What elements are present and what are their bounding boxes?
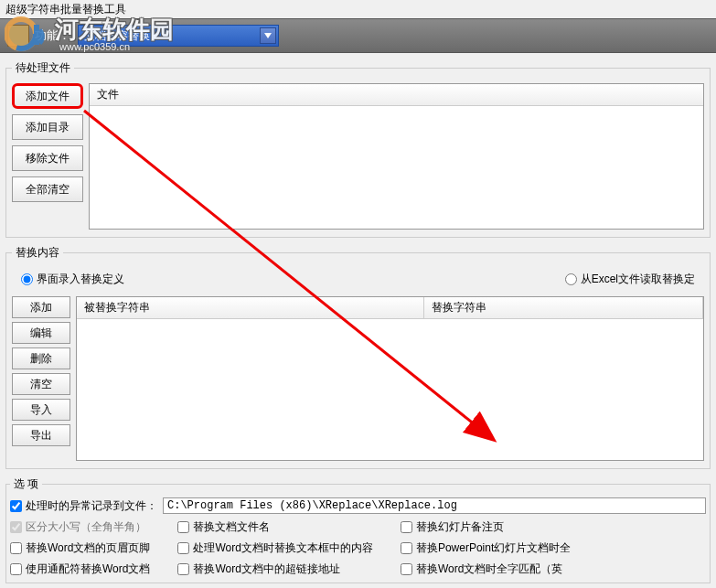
log-checkbox-item[interactable]: 处理时的异常记录到文件： (10, 498, 157, 514)
replace-fieldset: 替换内容 界面录入替换定义 从Excel文件读取替换定 添加 编辑 删除 清空 … (5, 245, 711, 469)
word-header-label: 替换Word文档的页眉页脚 (26, 540, 150, 556)
radio-ui-input[interactable]: 界面录入替换定义 (21, 272, 124, 287)
word-fullmatch-checkbox[interactable] (401, 563, 412, 575)
files-fieldset: 待处理文件 添加文件 添加目录 移除文件 全部清空 文件 (5, 60, 711, 238)
radio-excel[interactable] (565, 273, 577, 285)
word-fullmatch-label: 替换Word文档时全字匹配（英 (416, 561, 562, 577)
col-search-header: 被替换字符串 (77, 297, 424, 318)
wildcard-word-label: 使用通配符替换Word文档 (26, 561, 150, 577)
file-list-header: 文件 (90, 84, 703, 106)
add-dir-button[interactable]: 添加目录 (12, 114, 83, 140)
replace-filename-label: 替换文档文件名 (193, 519, 270, 535)
options-legend: 选 项 (10, 476, 42, 492)
options-fieldset: 选 项 处理时的异常记录到文件： 区分大小写（全角半角） 替换Word文档的页眉… (5, 476, 711, 583)
word-header-item[interactable]: 替换Word文档的页眉页脚 (10, 540, 150, 556)
file-list[interactable]: 文件 (89, 83, 704, 230)
replace-filename-item[interactable]: 替换文档文件名 (177, 519, 372, 535)
edit-rule-button[interactable]: 编辑 (12, 322, 70, 344)
word-fullmatch-item[interactable]: 替换Word文档时全字匹配（英 (401, 561, 571, 577)
clear-all-button[interactable]: 全部清空 (12, 176, 83, 202)
import-rules-button[interactable]: 导入 (12, 399, 70, 421)
add-file-button[interactable]: 添加文件 (12, 83, 83, 109)
case-sensitive-item[interactable]: 区分大小写（全角半角） (10, 519, 150, 535)
radio-ui-label: 界面录入替换定义 (37, 272, 124, 287)
clear-rules-button[interactable]: 清空 (12, 373, 70, 395)
window-titlebar: 超级字符串批量替换工具 (0, 0, 716, 18)
word-textbox-label: 处理Word文档时替换文本框中的内容 (193, 540, 372, 556)
replace-legend: 替换内容 (12, 245, 63, 261)
word-hyperlink-item[interactable]: 替换Word文档中的超链接地址 (177, 561, 372, 577)
col-replace-header: 替换字符串 (424, 297, 703, 318)
toolbar-label: 功能： (35, 27, 70, 44)
chevron-down-icon[interactable] (260, 27, 276, 44)
radio-excel-label: 从Excel文件读取替换定 (581, 272, 695, 287)
ppt-notes-item[interactable]: 替换幻灯片备注页 (401, 519, 571, 535)
word-hyperlink-label: 替换Word文档中的超链接地址 (193, 561, 339, 577)
word-header-checkbox[interactable] (10, 542, 22, 554)
ppt-notes-checkbox[interactable] (401, 521, 412, 533)
toolbar: 功能： 文档内容替换 (0, 18, 716, 53)
toolbar-app-icon (7, 25, 29, 47)
ppt-header-label: 替换PowerPoint幻灯片文档时全 (416, 540, 571, 556)
remove-file-button[interactable]: 移除文件 (12, 145, 83, 171)
replace-button-column: 添加 编辑 删除 清空 导入 导出 (12, 296, 70, 461)
replace-table[interactable]: 被替换字符串 替换字符串 (76, 296, 704, 461)
replace-filename-checkbox[interactable] (177, 521, 189, 533)
word-textbox-item[interactable]: 处理Word文档时替换文本框中的内容 (177, 540, 372, 556)
case-sensitive-checkbox[interactable] (10, 521, 22, 533)
log-label: 处理时的异常记录到文件： (26, 498, 157, 514)
dropdown-value: 文档内容替换 (84, 28, 150, 44)
ppt-header-checkbox[interactable] (401, 542, 412, 554)
radio-excel-input[interactable]: 从Excel文件读取替换定 (565, 272, 695, 287)
radio-ui[interactable] (21, 273, 33, 285)
export-rules-button[interactable]: 导出 (12, 424, 70, 446)
case-sensitive-label: 区分大小写（全角半角） (26, 519, 146, 535)
add-rule-button[interactable]: 添加 (12, 296, 70, 318)
delete-rule-button[interactable]: 删除 (12, 347, 70, 369)
word-hyperlink-checkbox[interactable] (177, 563, 189, 575)
log-checkbox[interactable] (10, 500, 22, 512)
file-button-column: 添加文件 添加目录 移除文件 全部清空 (12, 83, 83, 230)
wildcard-word-checkbox[interactable] (10, 563, 22, 575)
function-dropdown[interactable]: 文档内容替换 (78, 25, 279, 47)
word-textbox-checkbox[interactable] (177, 542, 189, 554)
log-path-input[interactable] (163, 497, 706, 514)
wildcard-word-item[interactable]: 使用通配符替换Word文档 (10, 561, 150, 577)
window-title: 超级字符串批量替换工具 (5, 3, 126, 16)
files-legend: 待处理文件 (12, 60, 74, 76)
ppt-notes-label: 替换幻灯片备注页 (416, 519, 504, 535)
ppt-header-item[interactable]: 替换PowerPoint幻灯片文档时全 (401, 540, 571, 556)
